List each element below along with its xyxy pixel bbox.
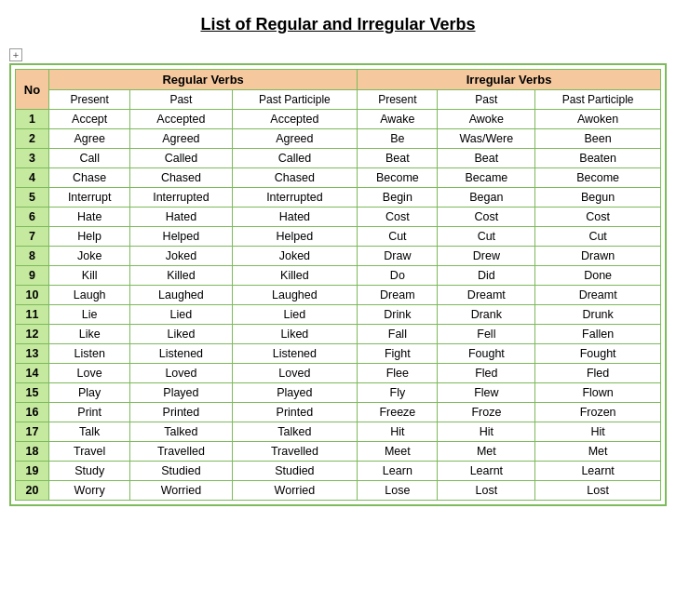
reg-pp-cell: Called <box>232 149 358 168</box>
irr-pp-cell: Drunk <box>535 305 661 325</box>
irr-past-cell: Dreamt <box>438 286 535 305</box>
no-cell: 11 <box>16 305 49 325</box>
irr-past-cell: Fell <box>438 325 535 344</box>
reg-past-cell: Chased <box>130 168 232 188</box>
reg-pp-cell: Agreed <box>232 129 358 149</box>
table-row: 6HateHatedHatedCostCostCost <box>16 208 661 227</box>
reg-present-cell: Hate <box>49 208 130 227</box>
reg-past-cell: Travelled <box>130 442 232 462</box>
reg-past-cell: Printed <box>130 403 232 422</box>
reg-present-cell: Listen <box>49 344 130 364</box>
table-row: 20WorryWorriedWorriedLoseLostLost <box>16 481 661 501</box>
no-header: No <box>16 70 49 110</box>
irr-present-cell: Be <box>358 129 438 149</box>
table-row: 14LoveLovedLovedFleeFledFled <box>16 364 661 383</box>
table-row: 17TalkTalkedTalkedHitHitHit <box>16 422 661 442</box>
irr-past-cell: Awoke <box>438 110 535 129</box>
irr-present-cell: Hit <box>358 422 438 442</box>
reg-past-cell: Talked <box>130 422 232 442</box>
table-row: 5InterruptInterruptedInterruptedBeginBeg… <box>16 188 661 208</box>
no-cell: 18 <box>16 442 49 462</box>
irr-past-cell: Drew <box>438 247 535 266</box>
reg-past-header: Past <box>130 90 232 110</box>
irr-present-header: Present <box>358 90 438 110</box>
reg-present-cell: Interrupt <box>49 188 130 208</box>
table-row: 4ChaseChasedChasedBecomeBecameBecome <box>16 168 661 188</box>
page-title: List of Regular and Irregular Verbs <box>9 15 667 34</box>
irr-present-cell: Cut <box>358 227 438 247</box>
expand-icon[interactable]: + <box>9 48 22 61</box>
reg-pp-cell: Accepted <box>232 110 358 129</box>
table-container: No Regular Verbs Irregular Verbs Present… <box>9 63 667 506</box>
irr-pp-cell: Frozen <box>535 403 661 422</box>
reg-pp-cell: Printed <box>232 403 358 422</box>
irr-pp-cell: Beaten <box>535 149 661 168</box>
verbs-table: No Regular Verbs Irregular Verbs Present… <box>15 69 661 501</box>
reg-past-cell: Laughed <box>130 286 232 305</box>
reg-past-cell: Agreed <box>130 129 232 149</box>
no-cell: 4 <box>16 168 49 188</box>
reg-pp-cell: Played <box>232 383 358 403</box>
irr-past-cell: Cost <box>438 208 535 227</box>
irr-past-cell: Froze <box>438 403 535 422</box>
reg-present-header: Present <box>49 90 130 110</box>
table-row: 16PrintPrintedPrintedFreezeFrozeFrozen <box>16 403 661 422</box>
irr-pp-cell: Cut <box>535 227 661 247</box>
irr-past-cell: Fled <box>438 364 535 383</box>
reg-pp-cell: Hated <box>232 208 358 227</box>
table-row: 19StudyStudiedStudiedLearnLearntLearnt <box>16 462 661 481</box>
table-row: 7HelpHelpedHelpedCutCutCut <box>16 227 661 247</box>
reg-present-cell: Lie <box>49 305 130 325</box>
table-row: 9KillKilledKilledDoDidDone <box>16 266 661 286</box>
reg-pp-header: Past Participle <box>232 90 358 110</box>
no-cell: 9 <box>16 266 49 286</box>
irr-pp-cell: Drawn <box>535 247 661 266</box>
reg-past-cell: Lied <box>130 305 232 325</box>
table-row: 3CallCalledCalledBeatBeatBeaten <box>16 149 661 168</box>
irr-past-cell: Beat <box>438 149 535 168</box>
irr-pp-cell: Flown <box>535 383 661 403</box>
reg-past-cell: Killed <box>130 266 232 286</box>
reg-present-cell: Chase <box>49 168 130 188</box>
irr-present-cell: Freeze <box>358 403 438 422</box>
irr-pp-header: Past Participle <box>535 90 661 110</box>
no-cell: 5 <box>16 188 49 208</box>
reg-pp-cell: Killed <box>232 266 358 286</box>
irr-present-cell: Fight <box>358 344 438 364</box>
irr-pp-cell: Begun <box>535 188 661 208</box>
irr-past-cell: Began <box>438 188 535 208</box>
reg-past-cell: Loved <box>130 364 232 383</box>
irr-past-cell: Met <box>438 442 535 462</box>
irr-pp-cell: Fled <box>535 364 661 383</box>
irr-past-cell: Became <box>438 168 535 188</box>
irr-present-cell: Drink <box>358 305 438 325</box>
reg-past-cell: Listened <box>130 344 232 364</box>
reg-pp-cell: Studied <box>232 462 358 481</box>
irr-present-cell: Flee <box>358 364 438 383</box>
reg-pp-cell: Helped <box>232 227 358 247</box>
reg-past-cell: Studied <box>130 462 232 481</box>
irr-present-cell: Dream <box>358 286 438 305</box>
irr-pp-cell: Learnt <box>535 462 661 481</box>
irr-pp-cell: Met <box>535 442 661 462</box>
irr-pp-cell: Been <box>535 129 661 149</box>
no-cell: 1 <box>16 110 49 129</box>
reg-pp-cell: Liked <box>232 325 358 344</box>
no-cell: 20 <box>16 481 49 501</box>
irr-present-cell: Meet <box>358 442 438 462</box>
irr-present-cell: Learn <box>358 462 438 481</box>
reg-past-cell: Called <box>130 149 232 168</box>
irr-present-cell: Fly <box>358 383 438 403</box>
reg-past-cell: Joked <box>130 247 232 266</box>
reg-past-cell: Liked <box>130 325 232 344</box>
no-cell: 13 <box>16 344 49 364</box>
reg-pp-cell: Joked <box>232 247 358 266</box>
table-row: 2AgreeAgreedAgreedBeWas/WereBeen <box>16 129 661 149</box>
no-cell: 7 <box>16 227 49 247</box>
reg-present-cell: Like <box>49 325 130 344</box>
reg-present-cell: Love <box>49 364 130 383</box>
reg-past-cell: Played <box>130 383 232 403</box>
irr-past-cell: Lost <box>438 481 535 501</box>
reg-past-cell: Helped <box>130 227 232 247</box>
reg-present-cell: Travel <box>49 442 130 462</box>
